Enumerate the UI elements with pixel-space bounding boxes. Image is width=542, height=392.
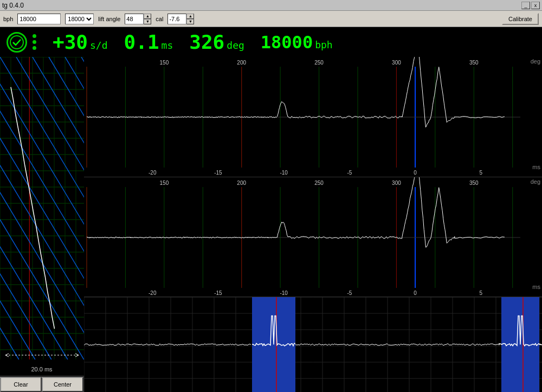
ms-scale-label: 20.0 ms	[31, 366, 52, 372]
mid-deg-label: deg	[531, 178, 540, 185]
check-icon	[9, 35, 24, 50]
lift-angle-label: lift angle	[98, 16, 120, 22]
lift-angle-input[interactable]	[125, 14, 144, 24]
mid-waveform-canvas	[84, 177, 542, 298]
rate-unit: s/d	[90, 40, 108, 51]
bph-input[interactable]	[17, 14, 61, 24]
rate-display: +30 s/d	[53, 31, 108, 53]
ms-display: 0.1 ms	[124, 31, 173, 53]
bottom-waveform-panel	[84, 297, 542, 392]
bph-label: bph	[3, 16, 13, 22]
bph-value: 18000	[261, 32, 313, 53]
status-dots	[33, 34, 36, 50]
rate-value: +30	[53, 31, 88, 53]
mid-ms-label: ms	[532, 284, 540, 290]
calibrate-button[interactable]: Calibrate	[502, 13, 539, 25]
top-deg-label: deg	[531, 58, 540, 65]
bph-display: 18000 bph	[261, 32, 333, 53]
cal-down[interactable]: ▼	[186, 19, 194, 24]
top-waveform-panel: deg ms	[84, 57, 542, 177]
status-dot-3	[33, 46, 36, 50]
top-ms-label: ms	[532, 164, 540, 170]
close-button[interactable]: x	[531, 2, 540, 9]
minimize-button[interactable]: _	[521, 2, 530, 9]
titlebar: tg 0.4.0 _ x	[0, 0, 542, 11]
left-waveform-canvas	[0, 57, 84, 376]
lift-angle-up[interactable]: ▲	[144, 14, 151, 19]
ms-value: 0.1	[124, 31, 159, 53]
status-dot-1	[33, 34, 36, 38]
deg-value: 326	[189, 31, 224, 53]
ms-unit: ms	[162, 40, 173, 51]
bph-dropdown[interactable]: 18000 21600 28800 36000	[65, 14, 94, 24]
bottom-waveform-canvas	[84, 297, 542, 392]
lift-angle-down[interactable]: ▼	[144, 19, 151, 24]
status-dot-2	[33, 40, 36, 44]
left-panel-buttons: Clear Center	[0, 376, 83, 392]
titlebar-controls: _ x	[521, 2, 540, 9]
right-panels: deg ms deg ms	[84, 57, 542, 392]
top-waveform-canvas	[84, 57, 542, 177]
cal-spinbox: ▲ ▼	[167, 14, 194, 24]
bph-unit: bph	[315, 39, 333, 50]
deg-unit: deg	[227, 40, 244, 51]
cal-input[interactable]	[167, 14, 186, 24]
statusbar: +30 s/d 0.1 ms 326 deg 18000 bph	[0, 27, 542, 57]
toolbar: bph 18000 21600 28800 36000 lift angle ▲…	[0, 11, 542, 27]
svg-point-0	[10, 36, 23, 49]
lift-angle-spinbox: ▲ ▼	[125, 14, 151, 24]
main-area: 20.0 ms Clear Center deg ms deg ms	[0, 57, 542, 392]
deg-display: 326 deg	[189, 31, 244, 53]
cal-up[interactable]: ▲	[186, 14, 194, 19]
left-panel: 20.0 ms Clear Center	[0, 57, 84, 392]
status-circle	[7, 32, 27, 53]
cal-label: cal	[156, 16, 163, 22]
clear-button[interactable]: Clear	[0, 377, 42, 392]
center-button[interactable]: Center	[42, 377, 83, 392]
title-text: tg 0.4.0	[2, 2, 24, 9]
mid-waveform-panel: deg ms	[84, 177, 542, 298]
